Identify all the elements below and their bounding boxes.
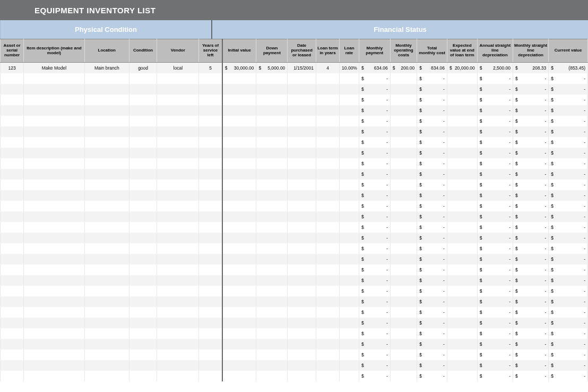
table-cell[interactable]	[288, 296, 316, 307]
table-cell[interactable]	[256, 169, 288, 180]
table-cell[interactable]	[390, 318, 417, 328]
table-cell[interactable]	[157, 233, 199, 243]
table-cell[interactable]: $-	[417, 233, 447, 243]
table-cell[interactable]: $-	[359, 296, 390, 307]
table-cell[interactable]	[129, 254, 157, 265]
table-cell[interactable]: $-	[549, 126, 588, 137]
table-cell[interactable]	[316, 211, 339, 222]
table-cell[interactable]	[340, 360, 359, 371]
table-cell[interactable]: Main branch	[84, 63, 129, 73]
table-cell[interactable]	[199, 307, 222, 318]
table-cell[interactable]	[24, 180, 85, 190]
table-cell[interactable]	[84, 116, 129, 126]
table-cell[interactable]	[199, 137, 222, 148]
table-cell[interactable]	[1, 243, 24, 254]
table-cell[interactable]	[340, 169, 359, 180]
table-cell[interactable]	[24, 137, 85, 148]
table-cell[interactable]	[390, 286, 417, 296]
table-cell[interactable]: $-	[417, 275, 447, 286]
table-cell[interactable]: $-	[417, 254, 447, 265]
table-cell[interactable]	[84, 190, 129, 201]
table-cell[interactable]	[447, 254, 477, 265]
table-cell[interactable]: $2,500.00	[477, 63, 513, 73]
table-cell[interactable]: $-	[359, 73, 390, 84]
table-cell[interactable]	[288, 328, 316, 339]
table-cell[interactable]: $-	[359, 116, 390, 126]
table-cell[interactable]	[24, 265, 85, 275]
table-cell[interactable]	[447, 318, 477, 328]
table-cell[interactable]	[222, 233, 256, 243]
table-cell[interactable]: $-	[477, 148, 513, 158]
table-cell[interactable]: $-	[477, 84, 513, 95]
table-cell[interactable]	[288, 286, 316, 296]
table-cell[interactable]: $-	[417, 190, 447, 201]
table-cell[interactable]: $-	[477, 211, 513, 222]
table-cell[interactable]: $-	[513, 275, 549, 286]
table-cell[interactable]: $-	[513, 105, 549, 116]
table-cell[interactable]	[1, 190, 24, 201]
table-cell[interactable]: $-	[359, 148, 390, 158]
table-cell[interactable]	[222, 190, 256, 201]
table-cell[interactable]	[1, 296, 24, 307]
table-cell[interactable]	[129, 307, 157, 318]
table-cell[interactable]	[129, 180, 157, 190]
table-cell[interactable]	[24, 328, 85, 339]
table-cell[interactable]	[157, 339, 199, 350]
table-cell[interactable]	[157, 307, 199, 318]
table-cell[interactable]	[84, 201, 129, 211]
table-cell[interactable]	[288, 116, 316, 126]
table-cell[interactable]	[129, 169, 157, 180]
table-cell[interactable]	[84, 307, 129, 318]
table-cell[interactable]: $-	[549, 222, 588, 233]
table-cell[interactable]	[316, 116, 339, 126]
table-cell[interactable]	[157, 169, 199, 180]
table-cell[interactable]: $-	[359, 84, 390, 95]
table-cell[interactable]	[24, 222, 85, 233]
table-cell[interactable]: $-	[477, 73, 513, 84]
table-cell[interactable]	[390, 95, 417, 105]
table-cell[interactable]	[316, 296, 339, 307]
table-cell[interactable]	[24, 84, 85, 95]
table-cell[interactable]: $-	[513, 211, 549, 222]
table-cell[interactable]: $-	[549, 180, 588, 190]
table-cell[interactable]: $-	[513, 254, 549, 265]
table-cell[interactable]	[222, 275, 256, 286]
table-cell[interactable]	[222, 296, 256, 307]
table-cell[interactable]	[1, 350, 24, 360]
table-cell[interactable]: $-	[359, 158, 390, 169]
table-cell[interactable]	[256, 190, 288, 201]
table-cell[interactable]: $-	[549, 371, 588, 381]
table-cell[interactable]	[157, 371, 199, 381]
table-cell[interactable]	[340, 148, 359, 158]
table-cell[interactable]	[24, 95, 85, 105]
table-cell[interactable]	[222, 137, 256, 148]
table-cell[interactable]	[447, 84, 477, 95]
table-cell[interactable]	[256, 95, 288, 105]
table-cell[interactable]	[316, 254, 339, 265]
table-cell[interactable]	[316, 286, 339, 296]
table-cell[interactable]: good	[129, 63, 157, 73]
table-cell[interactable]: $-	[549, 265, 588, 275]
table-cell[interactable]: $-	[359, 201, 390, 211]
table-cell[interactable]	[222, 307, 256, 318]
table-cell[interactable]	[129, 116, 157, 126]
table-cell[interactable]	[84, 137, 129, 148]
table-cell[interactable]	[447, 158, 477, 169]
table-cell[interactable]	[1, 201, 24, 211]
table-cell[interactable]	[256, 222, 288, 233]
table-cell[interactable]: $-	[417, 84, 447, 95]
table-cell[interactable]	[157, 328, 199, 339]
table-cell[interactable]	[222, 84, 256, 95]
table-cell[interactable]	[1, 360, 24, 371]
table-cell[interactable]: Make Model	[24, 63, 85, 73]
table-cell[interactable]	[447, 116, 477, 126]
table-cell[interactable]: $-	[549, 360, 588, 371]
table-cell[interactable]	[340, 126, 359, 137]
table-cell[interactable]	[157, 350, 199, 360]
table-cell[interactable]	[316, 180, 339, 190]
table-cell[interactable]: $-	[417, 318, 447, 328]
table-cell[interactable]	[222, 243, 256, 254]
table-cell[interactable]	[447, 222, 477, 233]
table-cell[interactable]	[1, 158, 24, 169]
table-cell[interactable]	[129, 328, 157, 339]
